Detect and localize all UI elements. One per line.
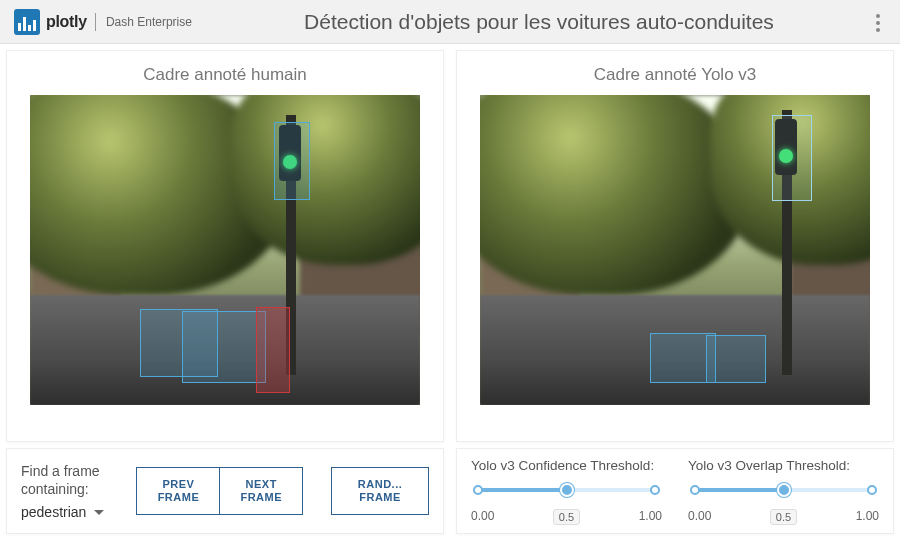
brand-block: plotly Dash Enterprise <box>14 9 192 35</box>
slider-mid-label: 0.5 <box>770 509 797 525</box>
frame-nav-group: PREV FRAME NEXT FRAME <box>136 467 303 515</box>
overlap-label: Yolo v3 Overlap Threshold: <box>688 458 879 473</box>
slider-handle-icon[interactable] <box>560 483 574 497</box>
brand-primary: plotly <box>46 13 87 31</box>
overlap-slider-block: Yolo v3 Overlap Threshold: 0.00 0.5 1.00 <box>688 458 879 525</box>
slider-min-label: 0.00 <box>471 509 494 525</box>
threshold-controls: Yolo v3 Confidence Threshold: 0.00 0.5 1… <box>456 448 894 534</box>
slider-min-dot <box>690 485 700 495</box>
slider-min-label: 0.00 <box>688 509 711 525</box>
bbox-car <box>706 335 766 383</box>
bbox-pedestrian <box>256 307 290 393</box>
page-title: Détection d'objets pour les voitures aut… <box>192 10 886 34</box>
panel-title-human: Cadre annoté humain <box>143 65 307 85</box>
app-header: plotly Dash Enterprise Détection d'objet… <box>0 0 900 44</box>
slider-max-dot <box>867 485 877 495</box>
frame-controls: Find a frame containing: pedestrian PREV… <box>6 448 444 534</box>
slider-handle-icon[interactable] <box>777 483 791 497</box>
yolo-frame-image <box>480 95 870 405</box>
slider-max-label: 1.00 <box>639 509 662 525</box>
find-frame-label: Find a frame containing: <box>21 462 101 498</box>
human-frame-image <box>30 95 420 405</box>
slider-max-label: 1.00 <box>856 509 879 525</box>
slider-min-dot <box>473 485 483 495</box>
random-frame-button[interactable]: RAND... FRAME <box>331 467 429 515</box>
slider-max-dot <box>650 485 660 495</box>
overlap-slider[interactable] <box>688 479 879 507</box>
main-content: Cadre annoté humain Find a frame contain… <box>0 44 900 540</box>
panel-title-yolo: Cadre annoté Yolo v3 <box>594 65 757 85</box>
dropdown-value: pedestrian <box>21 504 86 520</box>
confidence-slider[interactable] <box>471 479 662 507</box>
next-frame-button[interactable]: NEXT FRAME <box>220 467 303 515</box>
brand-secondary: Dash Enterprise <box>106 15 192 29</box>
bbox-traffic-light <box>274 122 310 200</box>
right-column: Cadre annoté Yolo v3 Yolo v3 Confidence … <box>450 44 900 540</box>
kebab-menu-icon[interactable] <box>872 10 884 36</box>
confidence-slider-block: Yolo v3 Confidence Threshold: 0.00 0.5 1… <box>471 458 662 525</box>
bbox-traffic-light <box>772 115 812 201</box>
chevron-down-icon <box>94 510 104 520</box>
prev-frame-button[interactable]: PREV FRAME <box>136 467 220 515</box>
human-annotation-panel: Cadre annoté humain <box>6 50 444 442</box>
left-column: Cadre annoté humain Find a frame contain… <box>0 44 450 540</box>
bbox-car <box>182 311 266 383</box>
brand-separator <box>95 13 96 31</box>
plotly-logo-icon <box>14 9 40 35</box>
slider-mid-label: 0.5 <box>553 509 580 525</box>
confidence-label: Yolo v3 Confidence Threshold: <box>471 458 662 473</box>
class-dropdown[interactable]: pedestrian <box>21 504 108 520</box>
yolo-annotation-panel: Cadre annoté Yolo v3 <box>456 50 894 442</box>
